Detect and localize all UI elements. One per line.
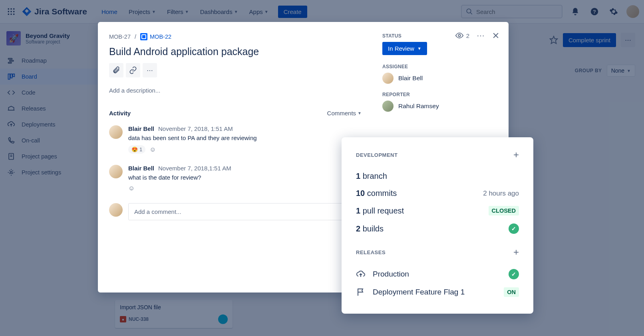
deployments-icon bbox=[6, 121, 16, 128]
svg-rect-4 bbox=[10, 11, 12, 12]
chevron-down-icon: ▼ bbox=[264, 10, 268, 14]
assignee-name: Blair Bell bbox=[398, 75, 423, 82]
watch-button[interactable]: 2 bbox=[455, 31, 469, 40]
board-more-button[interactable]: ⋯ bbox=[621, 33, 635, 47]
reporter-field[interactable]: Rahul Ramsey bbox=[382, 101, 499, 112]
comment-date: November 7, 2018,1:51 AM bbox=[158, 165, 231, 172]
comment-avatar[interactable] bbox=[109, 125, 123, 139]
sidebar-pages[interactable]: Project pages bbox=[0, 148, 97, 164]
reaction-pill[interactable]: 😍1 bbox=[128, 145, 145, 154]
board-header-actions: Complete sprint ⋯ bbox=[549, 33, 635, 47]
svg-rect-8 bbox=[13, 14, 14, 15]
comment-author[interactable]: Blair Bell bbox=[128, 165, 154, 172]
assignee-label: ASSIGNEE bbox=[382, 64, 499, 69]
help-icon[interactable]: ? bbox=[588, 5, 601, 18]
svg-rect-7 bbox=[10, 14, 12, 15]
issue-main: MOB-27 / MOB-22 Build Android applicatio… bbox=[98, 22, 373, 293]
search-icon bbox=[466, 8, 473, 15]
chevron-down-icon: ▼ bbox=[152, 10, 156, 14]
board-card[interactable]: Import JSON file ●NUC-338 bbox=[115, 300, 233, 328]
product-name: Jira Software bbox=[34, 7, 87, 16]
card-assignee-avatar[interactable] bbox=[218, 314, 228, 324]
project-header[interactable]: 🚀 Beyond Gravity Software project bbox=[0, 31, 97, 53]
svg-rect-18 bbox=[13, 74, 14, 77]
add-comment-input[interactable]: Add a comment... bbox=[128, 203, 362, 220]
project-name: Beyond Gravity bbox=[26, 32, 70, 39]
activity-title: Activity bbox=[109, 110, 131, 117]
sidebar-oncall[interactable]: On-call bbox=[0, 132, 97, 148]
link-button[interactable] bbox=[126, 63, 140, 77]
product-logo[interactable]: Jira Software bbox=[22, 6, 87, 17]
add-reaction-icon[interactable]: ☺ bbox=[128, 185, 135, 192]
nav-home[interactable]: Home bbox=[97, 6, 122, 18]
close-icon[interactable] bbox=[492, 32, 500, 40]
chevron-down-icon: ▼ bbox=[185, 10, 189, 14]
modal-more-icon[interactable]: ⋯ bbox=[477, 31, 485, 40]
nav-filters[interactable]: Filters▼ bbox=[162, 6, 194, 18]
notifications-icon[interactable] bbox=[569, 5, 582, 18]
commits-time: 2 hours ago bbox=[483, 190, 519, 198]
create-button[interactable]: Create bbox=[278, 6, 307, 18]
comment-author[interactable]: Blair Bell bbox=[128, 125, 154, 132]
svg-line-10 bbox=[470, 12, 472, 14]
user-avatar[interactable] bbox=[626, 5, 639, 18]
attach-button[interactable] bbox=[109, 63, 123, 77]
parent-issue-link[interactable]: MOB-27 bbox=[109, 34, 131, 40]
svg-marker-23 bbox=[550, 36, 557, 43]
status-button[interactable]: In Review▼ bbox=[382, 42, 427, 55]
activity-filter[interactable]: Comments▼ bbox=[327, 110, 362, 117]
comment: Blair BellNovember 7, 2018,1:51 AM what … bbox=[109, 165, 362, 192]
flag-row[interactable]: Deployment Feature Flag 1 ON bbox=[356, 283, 519, 301]
flag-icon bbox=[356, 287, 366, 297]
top-nav: Jira Software Home Projects▼ Filters▼ Da… bbox=[0, 0, 644, 24]
reporter-name: Rahul Ramsey bbox=[398, 103, 439, 110]
sidebar-board[interactable]: Board bbox=[0, 69, 97, 85]
comment-avatar[interactable] bbox=[109, 165, 123, 178]
group-by-label: GROUP BY bbox=[575, 68, 602, 73]
search-box[interactable] bbox=[461, 5, 563, 18]
sidebar-settings[interactable]: Project settings bbox=[0, 164, 97, 180]
more-actions-button[interactable]: ⋯ bbox=[143, 63, 157, 77]
assignee-field[interactable]: Blair Bell bbox=[382, 73, 499, 84]
current-issue-link[interactable]: MOB-22 bbox=[140, 33, 171, 40]
add-dev-icon[interactable]: + bbox=[513, 149, 519, 160]
project-type: Software project bbox=[26, 39, 70, 45]
description-field[interactable]: Add a description... bbox=[109, 87, 362, 94]
app-switcher-icon[interactable] bbox=[5, 5, 18, 18]
svg-point-22 bbox=[10, 172, 12, 174]
sidebar-code[interactable]: Code bbox=[0, 85, 97, 101]
comment-reactions: ☺ bbox=[128, 185, 362, 192]
search-input[interactable] bbox=[476, 8, 558, 15]
card-key: ●NUC-338 bbox=[120, 316, 149, 322]
pr-row[interactable]: 1 pull request CLOSED bbox=[356, 202, 519, 219]
oncall-icon bbox=[6, 136, 16, 144]
nav-dashboards[interactable]: Dashboards▼ bbox=[195, 6, 243, 18]
add-release-icon[interactable]: + bbox=[513, 247, 519, 258]
issue-title[interactable]: Build Android application package bbox=[109, 46, 362, 57]
releases-icon bbox=[6, 105, 16, 113]
cloud-upload-icon bbox=[356, 269, 366, 279]
commits-row[interactable]: 10 commits 2 hours ago bbox=[356, 185, 519, 202]
complete-sprint-button[interactable]: Complete sprint bbox=[563, 33, 616, 47]
svg-rect-6 bbox=[8, 14, 9, 15]
nav-apps[interactable]: Apps▼ bbox=[244, 6, 273, 18]
branch-row[interactable]: 1 branch bbox=[356, 168, 519, 185]
sidebar-roadmap[interactable]: Roadmap bbox=[0, 53, 97, 69]
sidebar-releases[interactable]: Releases bbox=[0, 101, 97, 117]
group-by-select[interactable]: None▼ bbox=[607, 65, 635, 77]
board-icon bbox=[6, 73, 16, 81]
star-icon[interactable] bbox=[549, 36, 558, 44]
release-row[interactable]: Production ✓ bbox=[356, 265, 519, 283]
add-reaction-icon[interactable]: ☺ bbox=[149, 146, 156, 153]
comment: Blair BellNovember 7, 2018, 1:51 AM data… bbox=[109, 125, 362, 154]
sidebar-deployments[interactable]: Deployments bbox=[0, 117, 97, 132]
activity-header: Activity Comments▼ bbox=[109, 110, 362, 117]
svg-rect-1 bbox=[10, 8, 12, 10]
nav-projects[interactable]: Projects▼ bbox=[124, 6, 161, 18]
settings-icon[interactable] bbox=[607, 5, 620, 18]
issue-breadcrumb: MOB-27 / MOB-22 bbox=[109, 33, 362, 40]
builds-row[interactable]: 2 builds ✓ bbox=[356, 219, 519, 238]
dev-panel-header: DEVELOPMENT + bbox=[356, 149, 519, 160]
comment-reactions: 😍1 ☺ bbox=[128, 145, 362, 154]
project-icon: 🚀 bbox=[6, 31, 21, 45]
